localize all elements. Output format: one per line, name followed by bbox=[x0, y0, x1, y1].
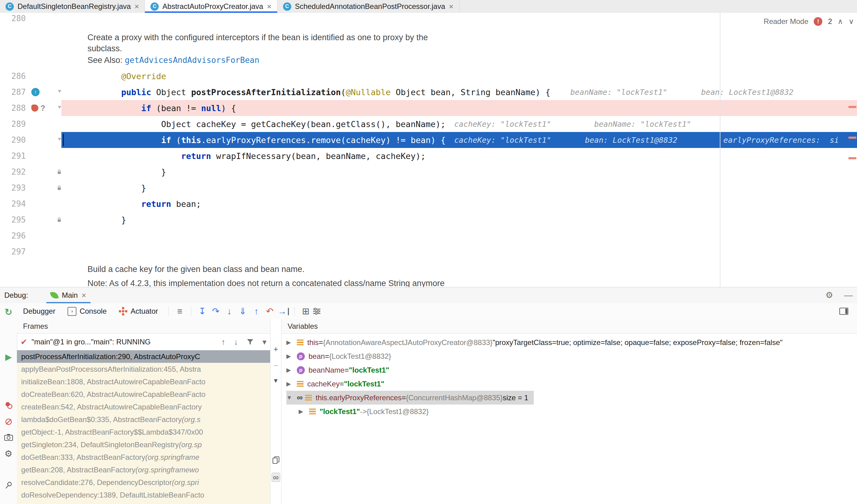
thread-dropdown-icon[interactable]: ▾ bbox=[263, 338, 266, 346]
stack-frame-row[interactable]: initializeBean:1808, AbstractAutowireCap… bbox=[17, 375, 270, 388]
stack-frame-row[interactable]: getSingleton:234, DefaultSingletonBeanRe… bbox=[17, 438, 270, 451]
editor-gutter[interactable] bbox=[0, 43, 62, 54]
editor-gutter[interactable] bbox=[0, 262, 62, 276]
code-area[interactable]: if (this.earlyProxyReferences.remove(cac… bbox=[62, 132, 857, 148]
rerun-debug-icon[interactable]: ↻ bbox=[5, 307, 12, 317]
variable-row[interactable]: ▶pbeanName = "lockTest1" bbox=[282, 363, 857, 377]
editor-gutter[interactable] bbox=[0, 54, 62, 66]
restore-layout-icon[interactable] bbox=[839, 307, 853, 315]
tab-close-icon[interactable]: × bbox=[449, 2, 453, 11]
code-area[interactable]: } bbox=[62, 180, 857, 196]
editor-gutter[interactable]: 291 bbox=[0, 148, 62, 164]
step-into-icon[interactable]: ↓ bbox=[222, 307, 236, 316]
debug-settings-gear-icon[interactable]: ⚙ bbox=[5, 449, 13, 458]
debug-session-tab[interactable]: Main × bbox=[46, 287, 90, 303]
variable-row[interactable]: ▶pbean = {LockTest1@8832} bbox=[282, 349, 857, 363]
expand-chevron-icon[interactable]: ▶ bbox=[286, 353, 297, 360]
filter-funnel-icon[interactable] bbox=[247, 338, 254, 346]
minimize-icon[interactable]: — bbox=[844, 291, 853, 300]
stack-frame-row[interactable]: getObject:-1, AbstractBeanFactory$$Lambd… bbox=[17, 426, 270, 438]
javadoc-link[interactable]: getAdvicesAndAdvisorsForBean bbox=[125, 55, 259, 65]
resume-icon[interactable]: ▶ bbox=[5, 353, 12, 361]
editor-gutter[interactable]: 290 bbox=[0, 132, 62, 148]
variable-row[interactable]: ▶cacheKey = "lockTest1" bbox=[282, 377, 857, 391]
run-to-cursor-icon[interactable]: → bbox=[276, 307, 290, 316]
zoom-in-icon[interactable]: + bbox=[273, 345, 278, 353]
code-area[interactable]: public Object postProcessAfterInitializa… bbox=[62, 84, 857, 100]
copy-stack-icon[interactable] bbox=[272, 456, 280, 464]
thread-selector[interactable]: ✔ "main"@1 in gro..."main": RUNNING ↑ ↓ … bbox=[17, 334, 270, 350]
watch-glasses-icon[interactable]: ∞ bbox=[271, 473, 280, 482]
editor-tab[interactable]: CScheduledAnnotationBeanPostProcessor.ja… bbox=[278, 0, 459, 13]
tab-close-icon[interactable]: × bbox=[134, 2, 139, 11]
editor-tab[interactable]: CAbstractAutoProxyCreator.java× bbox=[145, 0, 277, 13]
stack-frame-row[interactable]: doGetBean:333, AbstractBeanFactory (org.… bbox=[17, 451, 270, 464]
prev-problem-icon[interactable]: ∧ bbox=[838, 17, 843, 26]
step-out-icon[interactable]: ↑ bbox=[250, 307, 263, 316]
tab-close-icon[interactable]: × bbox=[81, 291, 86, 299]
show-execution-point-icon[interactable]: ↧ bbox=[196, 307, 209, 316]
stack-frame-row[interactable]: resolveCandidate:276, DependencyDescript… bbox=[17, 476, 270, 489]
stack-frame-row[interactable]: doResolveDependency:1389, DefaultListabl… bbox=[17, 489, 270, 501]
editor-gutter[interactable] bbox=[0, 276, 62, 287]
thread-dump-camera-icon[interactable] bbox=[4, 433, 13, 441]
error-stripe-mark[interactable] bbox=[848, 157, 856, 159]
pin-icon[interactable] bbox=[5, 481, 13, 489]
expand-chevron-icon[interactable]: ▼ bbox=[286, 394, 297, 401]
tab-close-icon[interactable]: × bbox=[267, 2, 271, 11]
editor-gutter[interactable]: 289 bbox=[0, 116, 62, 132]
code-area[interactable]: See Also: getAdvicesAndAdvisorsForBean bbox=[62, 54, 857, 66]
evaluate-table-icon[interactable]: ⊞ bbox=[299, 307, 313, 316]
code-area[interactable]: Build a cache key for the given bean cla… bbox=[62, 262, 857, 276]
layout-options-icon[interactable]: ≡ bbox=[173, 307, 187, 316]
force-step-into-icon[interactable]: ⇓ bbox=[236, 307, 250, 316]
stack-frame-row[interactable]: getBean:208, AbstractBeanFactory (org.sp… bbox=[17, 464, 270, 476]
stack-frame-row[interactable]: postProcessAfterInitialization:290, Abst… bbox=[17, 350, 270, 363]
editor-gutter[interactable]: 280 bbox=[0, 13, 62, 24]
tab-actuator[interactable]: Actuator bbox=[113, 303, 164, 319]
drop-frame-icon[interactable]: ↶ bbox=[263, 307, 276, 316]
editor-gutter[interactable]: 296 bbox=[0, 228, 62, 244]
tab-debugger[interactable]: Debugger bbox=[17, 303, 62, 319]
view-settings-sliders-icon[interactable] bbox=[313, 307, 326, 315]
code-area[interactable] bbox=[62, 13, 857, 24]
code-area[interactable]: return bean; bbox=[62, 196, 857, 212]
step-over-icon[interactable]: ↷ bbox=[209, 307, 222, 316]
code-area[interactable]: } bbox=[62, 164, 857, 180]
error-stripe-mark[interactable] bbox=[848, 137, 856, 139]
reader-mode-button[interactable]: Reader Mode bbox=[764, 17, 808, 26]
question-breakpoint-icon[interactable]: ? bbox=[31, 104, 45, 113]
code-area[interactable]: return wrapIfNecessary(bean, beanName, c… bbox=[62, 148, 857, 164]
editor-gutter[interactable]: 297 bbox=[0, 244, 62, 260]
editor-tab[interactable]: CDefaultSingletonBeanRegistry.java× bbox=[0, 0, 145, 13]
tab-console[interactable]: › Console bbox=[62, 303, 113, 319]
code-area[interactable]: @Override bbox=[62, 68, 857, 84]
variable-row[interactable]: ▶"lockTest1" -> {LockTest1@8832} bbox=[282, 405, 857, 418]
code-area[interactable] bbox=[62, 228, 857, 244]
code-area[interactable]: Create a proxy with the configured inter… bbox=[62, 32, 857, 43]
editor-gutter[interactable]: 294 bbox=[0, 196, 62, 212]
problems-count[interactable]: 2 bbox=[828, 17, 832, 26]
editor-gutter[interactable]: 286 bbox=[0, 68, 62, 84]
stack-frame-row[interactable]: doCreateBean:620, AbstractAutowireCapabl… bbox=[17, 388, 270, 401]
expand-chevron-icon[interactable]: ▶ bbox=[299, 408, 309, 415]
code-area[interactable]: Object cacheKey = getCacheKey(bean.getCl… bbox=[62, 116, 857, 132]
variable-row[interactable]: ▼∞this.earlyProxyReferences = {Concurren… bbox=[282, 391, 857, 405]
code-area[interactable]: } bbox=[62, 212, 857, 228]
editor-gutter[interactable]: 288? bbox=[0, 100, 62, 116]
settings-gear-icon[interactable]: ⚙ bbox=[825, 291, 833, 300]
next-problem-icon[interactable]: ∨ bbox=[848, 17, 854, 26]
stack-frame-row[interactable]: createBean:542, AbstractAutowireCapableB… bbox=[17, 401, 270, 413]
expand-chevron-icon[interactable]: ▶ bbox=[286, 339, 297, 346]
code-area[interactable]: Note: As of 4.2.3, this implementation d… bbox=[62, 276, 857, 287]
stack-frame-row[interactable]: applyBeanPostProcessorsAfterInitializati… bbox=[17, 363, 270, 375]
error-stripe-mark[interactable] bbox=[848, 106, 856, 108]
zoom-out-icon[interactable]: − bbox=[273, 362, 278, 370]
variable-row[interactable]: ▶this = {AnnotationAwareAspectJAutoProxy… bbox=[282, 335, 857, 349]
code-area[interactable]: if (bean != null) { bbox=[62, 100, 857, 116]
editor-gutter[interactable]: 287↑ bbox=[0, 84, 62, 100]
editor-gutter[interactable]: 293 bbox=[0, 180, 62, 196]
problems-icon[interactable]: ! bbox=[814, 17, 822, 26]
code-area[interactable] bbox=[62, 244, 857, 260]
view-breakpoints-icon[interactable] bbox=[4, 401, 13, 409]
